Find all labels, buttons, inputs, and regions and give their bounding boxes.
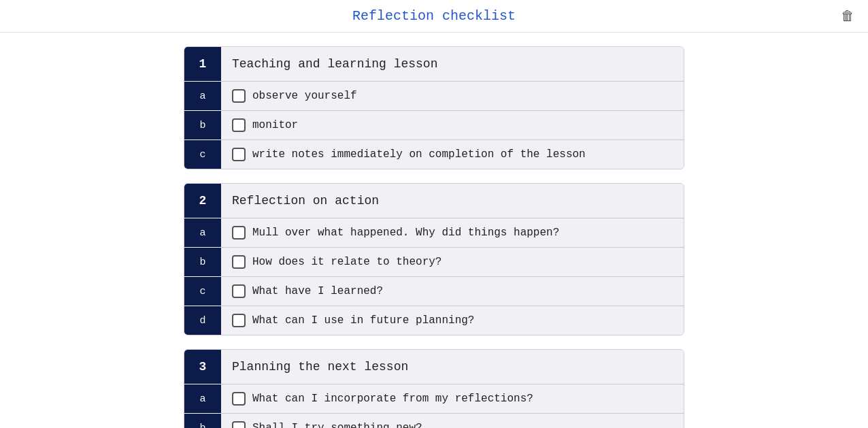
item-content-2-a: Mull over what happened. Why did things …: [221, 219, 570, 246]
section-title-2: Reflection on action: [221, 186, 390, 216]
section-number-3: 3: [184, 350, 221, 384]
checkbox-3-b[interactable]: [232, 421, 246, 428]
page-title: Reflection checklist: [352, 8, 516, 24]
section-title-3: Planning the next lesson: [221, 352, 419, 382]
item-text-2-d: What can I use in future planning?: [252, 314, 474, 327]
section-header-2: 2Reflection on action: [184, 184, 684, 218]
item-text-2-b: How does it relate to theory?: [252, 256, 441, 268]
item-label-3-b: b: [184, 414, 221, 428]
checkbox-2-a[interactable]: [232, 226, 246, 240]
checkbox-2-b[interactable]: [232, 255, 246, 269]
section-number-2: 2: [184, 184, 221, 218]
section-header-3: 3Planning the next lesson: [184, 350, 684, 384]
item-text-1-a: observe yourself: [252, 90, 357, 102]
item-content-2-d: What can I use in future planning?: [221, 307, 485, 334]
item-label-1-c: c: [184, 140, 221, 169]
item-label-2-b: b: [184, 248, 221, 276]
list-item: cwrite notes immediately on completion o…: [184, 140, 684, 169]
item-content-3-a: What can I incorporate from my reflectio…: [221, 385, 544, 412]
main-content: 1Teaching and learning lessonaobserve yo…: [0, 33, 868, 428]
section-header-1: 1Teaching and learning lesson: [184, 47, 684, 81]
list-item: dWhat can I use in future planning?: [184, 306, 684, 335]
list-item: aMull over what happened. Why did things…: [184, 218, 684, 247]
section-title-1: Teaching and learning lesson: [221, 49, 448, 79]
checkbox-3-a[interactable]: [232, 392, 246, 406]
item-text-2-a: Mull over what happened. Why did things …: [252, 227, 559, 239]
item-text-3-b: Shall I try something new?: [252, 422, 422, 428]
item-content-2-c: What have I learned?: [221, 278, 394, 305]
section-1: 1Teaching and learning lessonaobserve yo…: [184, 46, 684, 169]
list-item: bmonitor: [184, 111, 684, 139]
item-content-1-c: write notes immediately on completion of…: [221, 141, 597, 168]
list-item: aobserve yourself: [184, 82, 684, 110]
list-item: bShall I try something new?: [184, 414, 684, 428]
checkbox-2-c[interactable]: [232, 284, 246, 298]
delete-icon[interactable]: 🗑: [841, 8, 854, 24]
list-item: bHow does it relate to theory?: [184, 248, 684, 276]
checkbox-2-d[interactable]: [232, 314, 246, 327]
item-content-3-b: Shall I try something new?: [221, 414, 433, 428]
item-text-1-b: monitor: [252, 119, 298, 131]
checkbox-1-b[interactable]: [232, 118, 246, 132]
item-text-3-a: What can I incorporate from my reflectio…: [252, 393, 533, 405]
item-label-1-a: a: [184, 82, 221, 110]
item-label-1-b: b: [184, 111, 221, 139]
list-item: aWhat can I incorporate from my reflecti…: [184, 384, 684, 413]
item-content-2-b: How does it relate to theory?: [221, 248, 452, 276]
section-2: 2Reflection on actionaMull over what hap…: [184, 183, 684, 335]
item-content-1-a: observe yourself: [221, 82, 368, 110]
list-item: cWhat have I learned?: [184, 277, 684, 306]
item-label-2-a: a: [184, 218, 221, 247]
section-3: 3Planning the next lessonaWhat can I inc…: [184, 349, 684, 428]
item-text-1-c: write notes immediately on completion of…: [252, 148, 586, 161]
item-content-1-b: monitor: [221, 112, 309, 139]
item-label-2-c: c: [184, 277, 221, 306]
page-header: Reflection checklist 🗑: [0, 0, 868, 33]
item-label-2-d: d: [184, 306, 221, 335]
checkbox-1-a[interactable]: [232, 89, 246, 103]
item-label-3-a: a: [184, 384, 221, 413]
item-text-2-c: What have I learned?: [252, 285, 383, 297]
checkbox-1-c[interactable]: [232, 148, 246, 161]
section-number-1: 1: [184, 47, 221, 81]
